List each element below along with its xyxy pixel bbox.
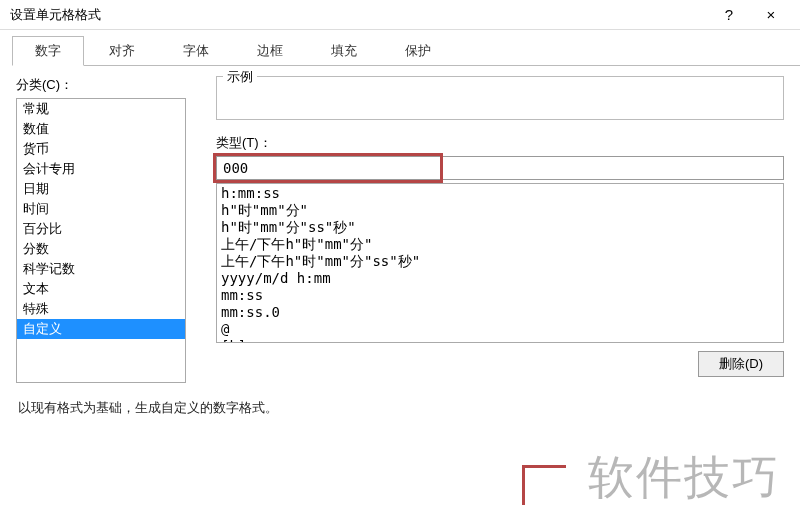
tab-fill[interactable]: 填充 (308, 36, 380, 65)
format-item[interactable]: mm:ss.0 (221, 304, 779, 321)
category-pane: 分类(C)： 常规 数值 货币 会计专用 日期 时间 百分比 分数 科学记数 文… (16, 76, 186, 383)
format-item[interactable]: 上午/下午h"时"mm"分" (221, 236, 779, 253)
tab-font[interactable]: 字体 (160, 36, 232, 65)
dialog-title: 设置单元格格式 (10, 6, 708, 24)
close-button[interactable]: × (750, 0, 792, 30)
format-item[interactable]: yyyy/m/d h:mm (221, 270, 779, 287)
category-item-currency[interactable]: 货币 (17, 139, 185, 159)
titlebar: 设置单元格格式 ? × (0, 0, 800, 30)
category-item-date[interactable]: 日期 (17, 179, 185, 199)
format-item[interactable]: 上午/下午h"时"mm"分"ss"秒" (221, 253, 779, 270)
delete-button[interactable]: 删除(D) (698, 351, 784, 377)
type-input[interactable] (216, 156, 784, 180)
category-item-accounting[interactable]: 会计专用 (17, 159, 185, 179)
format-item[interactable]: @ (221, 321, 779, 338)
help-button[interactable]: ? (708, 0, 750, 30)
tab-protection[interactable]: 保护 (382, 36, 454, 65)
category-item-general[interactable]: 常规 (17, 99, 185, 119)
category-item-custom[interactable]: 自定义 (17, 319, 185, 339)
hint-text: 以现有格式为基础，生成自定义的数字格式。 (18, 399, 800, 417)
watermark: 软件技巧 (588, 447, 780, 509)
format-pane: 示例 类型(T)： h:mm:ss h"时"mm"分" h"时"mm"分"ss"… (186, 76, 784, 383)
format-list[interactable]: h:mm:ss h"时"mm"分" h"时"mm"分"ss"秒" 上午/下午h"… (216, 183, 784, 343)
category-label: 分类(C)： (16, 76, 186, 94)
format-item[interactable]: h"时"mm"分" (221, 202, 779, 219)
format-item[interactable]: [h]:mm:ss (221, 338, 779, 343)
tab-alignment[interactable]: 对齐 (86, 36, 158, 65)
sample-value (227, 87, 773, 101)
category-list[interactable]: 常规 数值 货币 会计专用 日期 时间 百分比 分数 科学记数 文本 特殊 自定… (16, 98, 186, 383)
tab-number[interactable]: 数字 (12, 36, 84, 66)
tab-border[interactable]: 边框 (234, 36, 306, 65)
tab-strip: 数字 对齐 字体 边框 填充 保护 (12, 38, 800, 66)
category-item-special[interactable]: 特殊 (17, 299, 185, 319)
category-item-percentage[interactable]: 百分比 (17, 219, 185, 239)
crop-annotation (522, 465, 566, 505)
type-input-row (216, 156, 784, 180)
format-item[interactable]: mm:ss (221, 287, 779, 304)
type-label: 类型(T)： (216, 134, 784, 152)
category-item-scientific[interactable]: 科学记数 (17, 259, 185, 279)
category-item-text[interactable]: 文本 (17, 279, 185, 299)
delete-row: 删除(D) (216, 351, 784, 377)
category-item-fraction[interactable]: 分数 (17, 239, 185, 259)
category-item-number[interactable]: 数值 (17, 119, 185, 139)
format-item[interactable]: h:mm:ss (221, 185, 779, 202)
category-item-time[interactable]: 时间 (17, 199, 185, 219)
dialog-window: 设置单元格格式 ? × 数字 对齐 字体 边框 填充 保护 分类(C)： 常规 … (0, 0, 800, 515)
sample-label: 示例 (223, 68, 257, 86)
dialog-body: 分类(C)： 常规 数值 货币 会计专用 日期 时间 百分比 分数 科学记数 文… (0, 66, 800, 383)
format-item[interactable]: h"时"mm"分"ss"秒" (221, 219, 779, 236)
sample-group: 示例 (216, 76, 784, 120)
